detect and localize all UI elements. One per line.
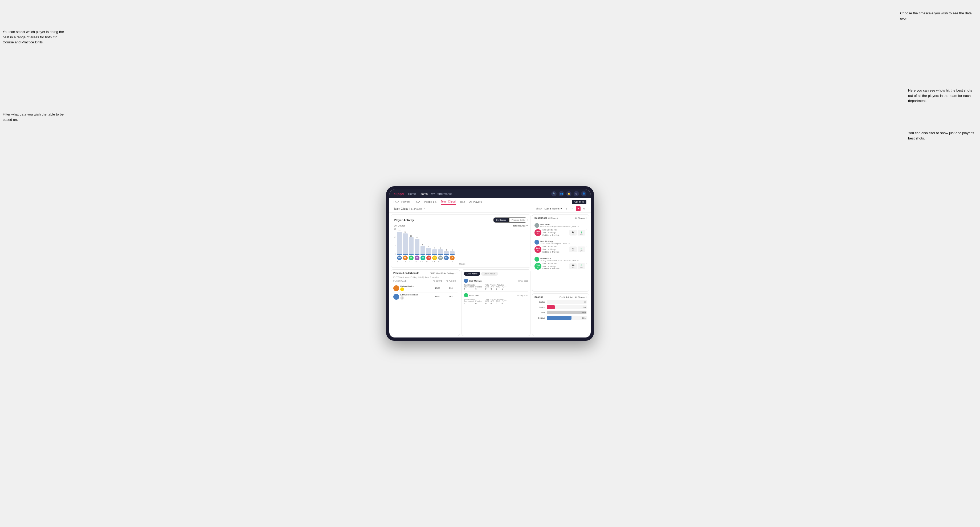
avatar-lrobertson[interactable]: LR [450, 256, 455, 260]
lb-name-0: Richard Butler [400, 285, 414, 287]
stat-gtt-1: 0 [485, 302, 489, 305]
shot-player-name-2: David Ford [540, 257, 579, 259]
bell-icon[interactable]: 🔔 [566, 191, 571, 197]
bar-name-3: J. Coles [415, 261, 419, 262]
bar-6 [432, 249, 437, 255]
subnav-teamclippd[interactable]: Team Clippd [441, 199, 456, 205]
all-players-filter[interactable]: All Players ▾ [575, 217, 587, 219]
scoring-title: Scoring [535, 296, 544, 298]
lb-avg-0: 110 [444, 287, 458, 289]
avatar-jcoles[interactable]: JC [415, 256, 419, 260]
practice-drills-toggle[interactable]: Practice Drills [509, 217, 527, 222]
search-icon[interactable]: 🔍 [551, 191, 557, 197]
scoring-bar-fill-birdies [547, 305, 555, 309]
on-course-toggle[interactable]: On Course [493, 217, 509, 222]
bar-9 [450, 251, 455, 255]
shot-item-0[interactable]: Matt Miller 09 Jun 2023 · Royal North De… [535, 221, 587, 238]
annotation-player-filter: You can also filter to show just one pla… [908, 130, 977, 141]
nav-myperformance[interactable]: My Performance [431, 192, 452, 195]
scoring-bar-fill-bogeys [547, 316, 571, 320]
avatar-bmcharg[interactable]: BM [397, 256, 402, 260]
chart-area: On Course Total Rounds ▾ 15 10 5 [394, 224, 528, 265]
sub-navigation: PGAT Players PGA Hcaps 1-5 Team Clippd T… [389, 198, 591, 205]
lb-score-0: 19/20 [431, 287, 444, 289]
activity-item-1[interactable]: Rees Britt 02 Sep 2023 Total Rounds Tour [464, 292, 528, 306]
stat-arg-0: 0 [496, 288, 500, 290]
stat-arg-1: 0 [496, 302, 500, 305]
scoring-bar-eagles: 3 [547, 300, 587, 304]
team-player-count: | 14 Players [410, 207, 422, 210]
avatar-icon[interactable]: 👤 [581, 191, 586, 197]
best-shots-title: Best Shots [535, 217, 547, 219]
show-label: Show: [536, 207, 542, 210]
avatar-eebert[interactable]: EE [420, 256, 425, 260]
shot-badge-2: 198 SG [535, 263, 541, 270]
scoring-bar-birdies: 96 [547, 305, 587, 309]
practice-panel-header: Practice Leaderboards PUTT Must Make Put… [393, 272, 458, 275]
lb-row-0[interactable]: Richard Butler 1 19/20 110 [393, 284, 458, 292]
shot-info-0: Shot Dist: 67 yds Start Lie: Rough End L… [542, 229, 568, 237]
avatar-dford[interactable]: DF [409, 256, 414, 260]
bar-3 [415, 239, 419, 255]
shot-item-1[interactable]: Blair McHarg 23 Jul 2023 · Ashridge GC, … [535, 238, 587, 255]
shot-end-2: End Lie: In The Hole [542, 268, 568, 270]
most-active-tab[interactable]: Most Active [464, 272, 480, 276]
nav-teams[interactable]: Teams [419, 192, 428, 195]
edit-icon[interactable]: ✎ [423, 207, 426, 210]
scoring-filter-1[interactable]: Par 3, 4 & 5s ▾ [560, 296, 573, 298]
subnav-pgat[interactable]: PGAT Players [394, 199, 410, 205]
users-icon[interactable]: 👥 [559, 191, 564, 197]
all-shots-filter[interactable]: All Shots ▾ [548, 217, 558, 219]
avatar-rbritt[interactable]: RB [403, 256, 408, 260]
list-view-icon[interactable]: ≡ [570, 206, 575, 211]
bar-2 [409, 237, 414, 255]
filter-icon[interactable]: ⚙ [582, 206, 586, 211]
annotation-timescale: Choose the timescale you wish to see the… [900, 11, 975, 21]
stat-putt-0: 1 [501, 288, 506, 290]
activity-item-0[interactable]: Blair McHarg 26 Aug 2023 Total Rounds To [464, 277, 528, 292]
card-view-icon[interactable]: ♥ [576, 206, 581, 211]
nav-home[interactable]: Home [408, 192, 416, 195]
stat-group-rounds-1: Total Rounds Tournament 8 Practice [464, 298, 482, 305]
chart-filter-dropdown[interactable]: Total Rounds ▾ [513, 225, 528, 227]
least-active-tab[interactable]: Least Active [481, 272, 498, 276]
bar-name-0: B. McHarg [397, 261, 402, 262]
avatar-ecrossman[interactable]: EC [444, 256, 449, 260]
activity-date-1: 02 Sep 2023 [517, 294, 528, 296]
scoring-filter-2[interactable]: All Players ▾ [575, 296, 587, 298]
subnav-hcaps[interactable]: Hcaps 1-5 [425, 199, 437, 205]
shot-metric-zero-2: 0 yds [578, 263, 585, 269]
show-dropdown[interactable]: Last 3 months ▾ [544, 207, 562, 210]
practice-filter-dropdown[interactable]: PUTT Must Make Putting ... ▾ [430, 272, 458, 275]
shot-metrics-2: 16 yds 0 yds [570, 263, 585, 269]
lb-row-1[interactable]: Edward Crossman 2 18/20 107 [393, 292, 458, 301]
shot-dist-0: Shot Dist: 67 yds [542, 229, 568, 231]
bar-name-6: R. Butler [432, 261, 437, 262]
avatar-obillingham[interactable]: OB [426, 256, 431, 260]
activity-stats-1: Total Rounds Tournament 8 Practice [464, 298, 528, 305]
lb-rank-0: 1 [400, 287, 404, 291]
shot-player-info-2: David Ford 24 Aug 2023 · Royal North Dev… [535, 257, 585, 270]
tablet-device: clippd Home Teams My Performance 🔍 👥 🔔 ⊕… [386, 186, 594, 341]
all-players-chevron: ▾ [585, 217, 587, 219]
subnav-tour[interactable]: Tour [460, 199, 465, 205]
add-to-all-button[interactable]: Add To all [572, 200, 586, 204]
subnav-allplayers[interactable]: All Players [469, 199, 482, 205]
shot-item-2[interactable]: David Ford 24 Aug 2023 · Royal North Dev… [535, 255, 587, 272]
subnav-pga[interactable]: PGA [414, 199, 420, 205]
scoring-card: Scoring Par 3, 4 & 5s ▾ All Players ▾ [532, 293, 589, 336]
main-content: Player Activity On Course Practice Drill… [389, 213, 591, 338]
avatar-mmiller[interactable]: MM [438, 256, 443, 260]
activity-panel: Most Active Least Active Blair McHarg 26… [461, 269, 530, 336]
chevron-down-icon: ▾ [561, 207, 562, 210]
show-filter-group: Show: Last 3 months ▾ ⊞ ≡ ♥ ⚙ [536, 206, 586, 211]
practice-panel-title: Practice Leaderboards [393, 272, 419, 275]
lb-player-info-0: Richard Butler 1 [393, 285, 431, 291]
grid-view-icon[interactable]: ⊞ [564, 206, 569, 211]
shot-metric-zero-1: 0 yds [578, 246, 585, 252]
add-circle-icon[interactable]: ⊕ [574, 191, 579, 197]
activity-tabs: Most Active Least Active [464, 272, 528, 276]
avatar-rbutler[interactable]: RB [432, 256, 437, 260]
practice-filter-chevron: ▾ [457, 272, 458, 275]
scoring-bar-pars: 499 [547, 311, 587, 314]
